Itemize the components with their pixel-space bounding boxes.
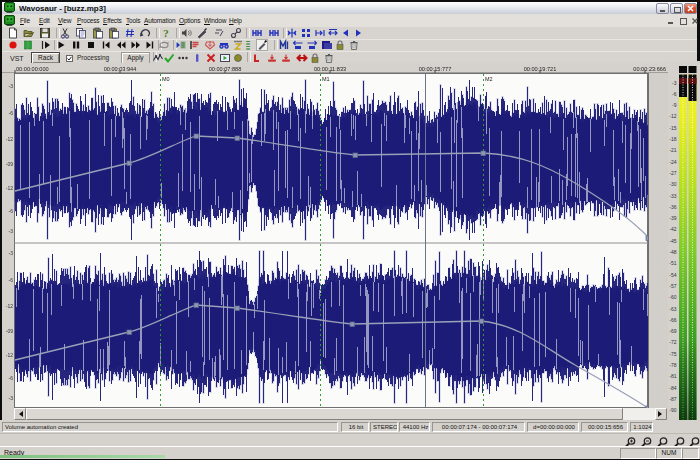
- svg-text:-54: -54: [669, 272, 676, 278]
- svg-text:-81: -81: [669, 373, 676, 379]
- svg-text:M2: M2: [485, 76, 493, 82]
- svg-text:-12: -12: [6, 303, 13, 309]
- svg-text:-60: -60: [669, 294, 676, 300]
- svg-text:-87: -87: [669, 396, 676, 402]
- svg-text:-6: -6: [9, 277, 14, 283]
- svg-text:-6: -6: [9, 208, 14, 214]
- svg-text:-24: -24: [669, 159, 676, 165]
- svg-text:-27: -27: [669, 170, 676, 176]
- svg-text:-72: -72: [669, 339, 676, 345]
- svg-text:M0: M0: [162, 76, 170, 82]
- svg-text:-33: -33: [669, 193, 676, 199]
- svg-text:-57: -57: [669, 283, 676, 289]
- svg-text:M1: M1: [322, 76, 330, 82]
- svg-text:-78: -78: [669, 362, 676, 368]
- svg-text:00:00:00:000: 00:00:00:000: [16, 66, 49, 72]
- svg-text:-3: -3: [9, 250, 14, 256]
- svg-text:00:00:23:666: 00:00:23:666: [633, 66, 666, 72]
- svg-text:-21: -21: [669, 147, 676, 153]
- svg-text:-84: -84: [669, 385, 676, 391]
- svg-text:-3: -3: [9, 228, 14, 234]
- svg-text:-69: -69: [669, 328, 676, 334]
- svg-text:-12: -12: [6, 352, 13, 358]
- svg-text:-3: -3: [672, 80, 677, 86]
- svg-text:-3: -3: [9, 395, 14, 401]
- svg-text:-30: -30: [669, 181, 676, 187]
- svg-text:-6: -6: [9, 375, 14, 381]
- svg-text:-39: -39: [669, 215, 676, 221]
- svg-text:-63: -63: [669, 306, 676, 312]
- svg-text:-75: -75: [669, 351, 676, 357]
- svg-text:-66: -66: [669, 317, 676, 323]
- svg-text:-12: -12: [6, 136, 13, 142]
- svg-text:-9: -9: [672, 102, 677, 108]
- svg-text:-45: -45: [669, 238, 676, 244]
- svg-text:-6: -6: [672, 91, 677, 97]
- svg-text:-51: -51: [669, 260, 676, 266]
- svg-text:-48: -48: [669, 249, 676, 255]
- svg-text:?: ?: [163, 27, 169, 39]
- svg-text:-09: -09: [6, 161, 13, 167]
- svg-text:-18: -18: [669, 136, 676, 142]
- svg-text:-09: -09: [6, 328, 13, 334]
- svg-text:-12: -12: [6, 185, 13, 191]
- svg-text:-15: -15: [669, 125, 676, 131]
- svg-text:-42: -42: [669, 226, 676, 232]
- svg-text:☰: ☰: [246, 46, 251, 51]
- svg-text:-12: -12: [669, 113, 676, 119]
- svg-text:-3: -3: [9, 83, 14, 89]
- svg-text:-36: -36: [669, 204, 676, 210]
- svg-text:-90: -90: [669, 407, 676, 413]
- svg-text:-6: -6: [9, 110, 14, 116]
